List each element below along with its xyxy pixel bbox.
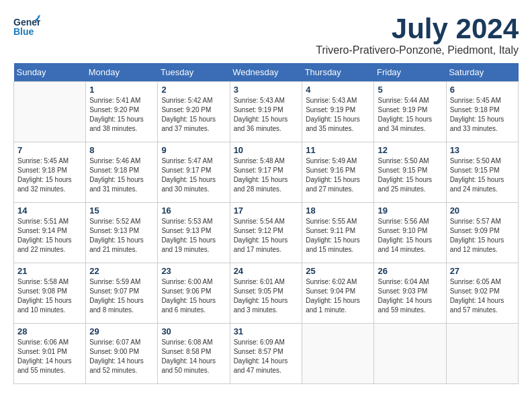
- day-info: Sunrise: 5:56 AM Sunset: 9:10 PM Dayligh…: [378, 217, 442, 255]
- calendar-cell: 10Sunrise: 5:48 AM Sunset: 9:17 PM Dayli…: [230, 142, 302, 203]
- day-info: Sunrise: 5:52 AM Sunset: 9:13 PM Dayligh…: [89, 217, 154, 255]
- day-number: 20: [450, 205, 515, 216]
- day-number: 7: [17, 145, 82, 155]
- day-number: 13: [450, 145, 515, 155]
- calendar-cell: 27Sunrise: 6:05 AM Sunset: 9:02 PM Dayli…: [446, 263, 518, 324]
- title-block: July 2024 Trivero-Prativero-Ponzone, Pie…: [316, 13, 519, 56]
- calendar-cell: 1Sunrise: 5:41 AM Sunset: 9:20 PM Daylig…: [86, 82, 158, 142]
- day-number: 28: [17, 326, 82, 336]
- calendar-week-1: 1Sunrise: 5:41 AM Sunset: 9:20 PM Daylig…: [14, 82, 519, 142]
- day-info: Sunrise: 5:59 AM Sunset: 9:07 PM Dayligh…: [89, 277, 154, 315]
- day-number: 12: [378, 145, 442, 155]
- calendar-table: SundayMondayTuesdayWednesdayThursdayFrid…: [13, 63, 519, 384]
- month-year-title: July 2024: [316, 13, 519, 44]
- day-number: 17: [234, 205, 299, 216]
- calendar-cell: 30Sunrise: 6:08 AM Sunset: 8:58 PM Dayli…: [158, 324, 230, 384]
- calendar-cell: 28Sunrise: 6:06 AM Sunset: 9:01 PM Dayli…: [14, 324, 86, 384]
- calendar-cell: [374, 324, 446, 384]
- calendar-week-4: 21Sunrise: 5:58 AM Sunset: 9:08 PM Dayli…: [14, 263, 519, 324]
- day-info: Sunrise: 6:08 AM Sunset: 8:58 PM Dayligh…: [161, 338, 226, 375]
- weekday-header-thursday: Thursday: [302, 63, 374, 82]
- day-number: 8: [89, 145, 154, 155]
- day-info: Sunrise: 6:01 AM Sunset: 9:05 PM Dayligh…: [234, 277, 299, 315]
- day-info: Sunrise: 5:45 AM Sunset: 9:18 PM Dayligh…: [17, 156, 82, 194]
- svg-text:Blue: Blue: [13, 26, 34, 37]
- weekday-header-sunday: Sunday: [14, 63, 86, 82]
- day-number: 2: [161, 85, 226, 95]
- day-info: Sunrise: 5:41 AM Sunset: 9:20 PM Dayligh…: [89, 96, 154, 134]
- day-number: 31: [234, 326, 299, 336]
- day-number: 25: [306, 266, 370, 276]
- day-info: Sunrise: 5:54 AM Sunset: 9:12 PM Dayligh…: [234, 217, 299, 255]
- day-number: 24: [234, 266, 299, 276]
- day-info: Sunrise: 5:50 AM Sunset: 9:15 PM Dayligh…: [450, 156, 515, 194]
- calendar-cell: 3Sunrise: 5:43 AM Sunset: 9:19 PM Daylig…: [230, 82, 302, 142]
- calendar-cell: 21Sunrise: 5:58 AM Sunset: 9:08 PM Dayli…: [14, 263, 86, 324]
- day-info: Sunrise: 5:57 AM Sunset: 9:09 PM Dayligh…: [450, 217, 515, 255]
- calendar-cell: 6Sunrise: 5:45 AM Sunset: 9:18 PM Daylig…: [446, 82, 518, 142]
- calendar-cell: 8Sunrise: 5:46 AM Sunset: 9:18 PM Daylig…: [86, 142, 158, 203]
- day-number: 10: [234, 145, 299, 155]
- day-info: Sunrise: 5:46 AM Sunset: 9:18 PM Dayligh…: [89, 156, 154, 194]
- day-number: 19: [378, 205, 442, 216]
- day-number: 30: [161, 326, 226, 336]
- calendar-cell: 7Sunrise: 5:45 AM Sunset: 9:18 PM Daylig…: [14, 142, 86, 203]
- calendar-cell: 15Sunrise: 5:52 AM Sunset: 9:13 PM Dayli…: [86, 203, 158, 263]
- day-number: 3: [234, 85, 299, 95]
- day-number: 14: [17, 205, 82, 216]
- calendar-cell: 13Sunrise: 5:50 AM Sunset: 9:15 PM Dayli…: [446, 142, 518, 203]
- calendar-cell: 29Sunrise: 6:07 AM Sunset: 9:00 PM Dayli…: [86, 324, 158, 384]
- calendar-cell: 5Sunrise: 5:44 AM Sunset: 9:19 PM Daylig…: [374, 82, 446, 142]
- day-number: 5: [378, 85, 442, 95]
- weekday-header-monday: Monday: [86, 63, 158, 82]
- day-number: 15: [89, 205, 154, 216]
- day-info: Sunrise: 6:06 AM Sunset: 9:01 PM Dayligh…: [17, 338, 82, 375]
- calendar-cell: [302, 324, 374, 384]
- calendar-cell: [446, 324, 518, 384]
- day-info: Sunrise: 6:02 AM Sunset: 9:04 PM Dayligh…: [306, 277, 370, 315]
- calendar-week-2: 7Sunrise: 5:45 AM Sunset: 9:18 PM Daylig…: [14, 142, 519, 203]
- day-info: Sunrise: 5:44 AM Sunset: 9:19 PM Dayligh…: [378, 96, 442, 134]
- day-number: 26: [378, 266, 442, 276]
- calendar-week-3: 14Sunrise: 5:51 AM Sunset: 9:14 PM Dayli…: [14, 203, 519, 263]
- calendar-cell: 18Sunrise: 5:55 AM Sunset: 9:11 PM Dayli…: [302, 203, 374, 263]
- calendar-cell: 12Sunrise: 5:50 AM Sunset: 9:15 PM Dayli…: [374, 142, 446, 203]
- day-info: Sunrise: 6:09 AM Sunset: 8:57 PM Dayligh…: [234, 338, 299, 375]
- calendar-week-5: 28Sunrise: 6:06 AM Sunset: 9:01 PM Dayli…: [14, 324, 519, 384]
- day-info: Sunrise: 6:00 AM Sunset: 9:06 PM Dayligh…: [161, 277, 226, 315]
- day-info: Sunrise: 5:43 AM Sunset: 9:19 PM Dayligh…: [306, 96, 370, 134]
- calendar-cell: 26Sunrise: 6:04 AM Sunset: 9:03 PM Dayli…: [374, 263, 446, 324]
- weekday-header-wednesday: Wednesday: [230, 63, 302, 82]
- day-info: Sunrise: 5:47 AM Sunset: 9:17 PM Dayligh…: [161, 156, 226, 194]
- calendar-cell: 22Sunrise: 5:59 AM Sunset: 9:07 PM Dayli…: [86, 263, 158, 324]
- day-number: 27: [450, 266, 515, 276]
- day-info: Sunrise: 5:58 AM Sunset: 9:08 PM Dayligh…: [17, 277, 82, 315]
- calendar-cell: 14Sunrise: 5:51 AM Sunset: 9:14 PM Dayli…: [14, 203, 86, 263]
- logo: General Blue: [13, 13, 43, 40]
- day-info: Sunrise: 5:42 AM Sunset: 9:20 PM Dayligh…: [161, 96, 226, 134]
- day-info: Sunrise: 5:43 AM Sunset: 9:19 PM Dayligh…: [234, 96, 299, 134]
- day-number: 11: [306, 145, 370, 155]
- calendar-cell: 31Sunrise: 6:09 AM Sunset: 8:57 PM Dayli…: [230, 324, 302, 384]
- calendar-cell: 9Sunrise: 5:47 AM Sunset: 9:17 PM Daylig…: [158, 142, 230, 203]
- calendar-cell: 16Sunrise: 5:53 AM Sunset: 9:13 PM Dayli…: [158, 203, 230, 263]
- day-number: 4: [306, 85, 370, 95]
- calendar-cell: 20Sunrise: 5:57 AM Sunset: 9:09 PM Dayli…: [446, 203, 518, 263]
- day-number: 16: [161, 205, 226, 216]
- calendar-cell: 25Sunrise: 6:02 AM Sunset: 9:04 PM Dayli…: [302, 263, 374, 324]
- day-info: Sunrise: 6:04 AM Sunset: 9:03 PM Dayligh…: [378, 277, 442, 315]
- day-number: 21: [17, 266, 82, 276]
- calendar-cell: 17Sunrise: 5:54 AM Sunset: 9:12 PM Dayli…: [230, 203, 302, 263]
- calendar-cell: 11Sunrise: 5:49 AM Sunset: 9:16 PM Dayli…: [302, 142, 374, 203]
- day-info: Sunrise: 5:55 AM Sunset: 9:11 PM Dayligh…: [306, 217, 370, 255]
- calendar-cell: 24Sunrise: 6:01 AM Sunset: 9:05 PM Dayli…: [230, 263, 302, 324]
- day-number: 29: [89, 326, 154, 336]
- calendar-cell: 4Sunrise: 5:43 AM Sunset: 9:19 PM Daylig…: [302, 82, 374, 142]
- weekday-header-saturday: Saturday: [446, 63, 518, 82]
- day-info: Sunrise: 5:49 AM Sunset: 9:16 PM Dayligh…: [306, 156, 370, 194]
- day-info: Sunrise: 5:50 AM Sunset: 9:15 PM Dayligh…: [378, 156, 442, 194]
- day-number: 1: [89, 85, 154, 95]
- day-info: Sunrise: 6:07 AM Sunset: 9:00 PM Dayligh…: [89, 338, 154, 375]
- day-number: 22: [89, 266, 154, 276]
- day-number: 23: [161, 266, 226, 276]
